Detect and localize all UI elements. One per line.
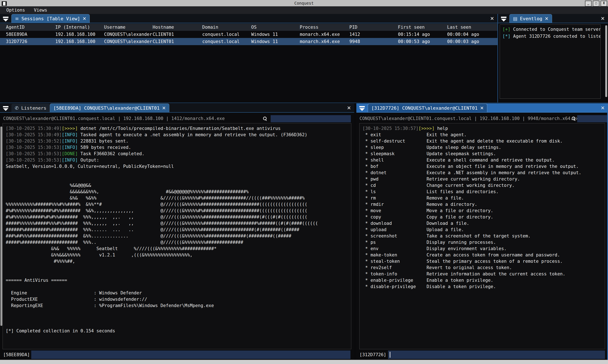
column-header[interactable]: Domain: [202, 25, 251, 30]
table-cell: 58EE89DA: [6, 32, 55, 37]
command-input[interactable]: [388, 351, 605, 359]
tab-agent-312D7726[interactable]: [312D7726] CONQUEST\alexander@CLIENT01 ×: [368, 104, 487, 112]
console-line: ====== AntiVirus ======: [6, 277, 351, 284]
close-button[interactable]: X: [601, 1, 607, 7]
titlebar: Conquest _ □ X: [0, 0, 608, 6]
help-command-line: * steal-token Steal the primary access t…: [363, 258, 605, 264]
table-cell: 9948: [349, 39, 398, 44]
console-line: [6, 315, 351, 321]
table-cell: 1412: [349, 32, 398, 37]
table-cell: monarch.x64.exe: [300, 39, 349, 44]
console-line: #####%##################### %%%.. @////(…: [6, 239, 351, 246]
collapse-panel-icon[interactable]: [3, 17, 8, 22]
command-input[interactable]: [31, 351, 351, 359]
help-command-line: * rm Remove a file.: [363, 195, 605, 201]
help-command-line: * token-info Retrieve information about …: [363, 271, 605, 277]
table-cell: CONQUEST\alexander: [104, 39, 153, 44]
console-line: [30-10-2025 15:30:53][INFO] Output:: [6, 157, 351, 163]
tab-eventlog[interactable]: ▤ Eventlog ×: [509, 14, 552, 23]
help-command-line: * dotnet Execute a .NET assembly in memo…: [363, 169, 605, 176]
prompt-row: [58EE89DA]: [0, 350, 354, 359]
search-icon[interactable]: [263, 117, 267, 121]
column-header[interactable]: AgentID: [6, 25, 55, 30]
console-line: [*] Completed collection in 0.154 second…: [6, 328, 351, 334]
help-command-line: * rev2self Revert to original access tok…: [363, 264, 605, 271]
close-icon[interactable]: ×: [162, 106, 166, 110]
console-line: [6, 271, 351, 277]
close-panel-icon[interactable]: ×: [490, 16, 494, 21]
console-line: &%%&&&%%%%% v1.2.1 ,(((&%%%%%%%%%%%%%%%%…: [6, 252, 351, 258]
help-command-line: * copy Copy a file or directory.: [363, 214, 605, 220]
help-command-line: * rmdir Remove a directory.: [363, 201, 605, 208]
app-window: Conquest _ □ X Options Views ≡ Sessions …: [0, 0, 608, 364]
close-panel-icon[interactable]: ×: [347, 105, 351, 111]
close-icon[interactable]: ×: [480, 106, 484, 110]
active-panel-accent: [607, 103, 608, 360]
console-line: [30-10-2025 15:30:57][>>>>] help: [363, 125, 605, 132]
menu-views[interactable]: Views: [34, 8, 47, 13]
close-panel-icon[interactable]: ×: [601, 16, 605, 21]
column-header[interactable]: First seen: [398, 25, 447, 30]
search-input[interactable]: [271, 115, 351, 122]
tab-agent-label: [312D7726] CONQUEST\alexander@CLIENT01: [371, 105, 477, 111]
tab-listeners[interactable]: ✆ Listeners: [11, 104, 50, 112]
bottom-area: ✆ Listeners [58EE89DA] CONQUEST\alexande…: [0, 103, 608, 360]
help-command-line: * bof Execute an object file in memory a…: [363, 163, 605, 169]
console-line: &%& %&%% &////(((&%%%%%#%###############…: [6, 195, 351, 201]
console-line: Engine : Windows Defender: [6, 290, 351, 296]
console-output[interactable]: [30-10-2025 15:30:57][>>>>] help * exit …: [359, 123, 605, 349]
close-panel-icon[interactable]: ×: [601, 105, 605, 111]
console-line: [30-10-2025 15:30:52][INFO] 228831 bytes…: [6, 138, 351, 144]
console-scrollbar[interactable]: [0, 127, 2, 326]
help-command-line: * disable-privilege Disable a token priv…: [363, 284, 605, 290]
table-row[interactable]: 312D7726192.168.168.100CONQUEST\alexande…: [0, 38, 497, 45]
console-output[interactable]: [30-10-2025 15:30:49][>>>>] dotnet /mnt/…: [2, 123, 351, 349]
tab-agent-label: [58EE89DA] CONQUEST\alexander@CLIENT01: [54, 105, 160, 111]
menu-options[interactable]: Options: [6, 8, 25, 13]
close-icon[interactable]: ×: [545, 16, 548, 21]
agent-status-line: CONQUEST\alexander@CLIENT01.conquest.loc…: [3, 115, 225, 122]
column-header[interactable]: OS: [251, 25, 300, 30]
column-header[interactable]: PID: [349, 25, 398, 30]
search-icon[interactable]: [571, 117, 576, 121]
tab-agent-58EE89DA[interactable]: [58EE89DA] CONQUEST\alexander@CLIENT01 ×: [50, 104, 169, 112]
table-row[interactable]: 58EE89DA192.168.168.100CONQUEST\alexande…: [0, 31, 497, 38]
column-header[interactable]: Last seen: [447, 25, 497, 30]
console-line: #####%%%%%%#####%%%#%%##### %%%,,,,,, ,,…: [6, 220, 351, 226]
console-line: [6, 309, 351, 315]
tab-sessions-label: Sessions [Table View]: [21, 16, 80, 21]
maximize-button[interactable]: □: [593, 1, 599, 7]
sessions-tabbar: ≡ Sessions [Table View] × ×: [0, 14, 497, 23]
help-command-line: * env Display environment variables.: [363, 246, 605, 252]
console-line: [30-10-2025 15:30:53][DONE] Task F366D36…: [6, 151, 351, 157]
collapse-panel-icon[interactable]: [3, 106, 8, 111]
console-line: [30-10-2025 15:30:53][INFO] 589 bytes re…: [6, 144, 351, 151]
table-cell: CLIENT01: [153, 32, 202, 37]
horizontal-divider[interactable]: [0, 103, 608, 103]
console-line: [6, 321, 351, 328]
collapse-panel-icon[interactable]: [501, 17, 506, 22]
clipboard-icon: ▤: [513, 16, 517, 21]
column-header[interactable]: Process: [300, 25, 349, 30]
console-line: ######%#########%########## %%%...... ..…: [6, 226, 351, 233]
help-command-line: * self-destruct Exit the agent and delet…: [363, 138, 605, 144]
console-line: [6, 284, 351, 290]
list-icon: ≡: [15, 16, 19, 21]
console-line: [6, 169, 351, 176]
minimize-button[interactable]: _: [585, 1, 592, 7]
help-command-line: * enable-privilege Enable a token privil…: [363, 277, 605, 284]
column-header[interactable]: IP (Internal): [55, 25, 104, 30]
table-cell: Windows 11: [251, 39, 300, 44]
eventlog-scrollbar[interactable]: [605, 25, 607, 97]
table-cell: 00:00:03 ago: [447, 39, 497, 44]
listener-icon: ✆: [15, 105, 19, 111]
collapse-panel-icon[interactable]: [359, 106, 365, 111]
close-icon[interactable]: ×: [83, 16, 86, 21]
column-header[interactable]: Username: [104, 25, 153, 30]
tab-sessions[interactable]: ≡ Sessions [Table View] ×: [11, 14, 90, 23]
column-header[interactable]: Hostname: [153, 25, 202, 30]
window-title: Conquest: [0, 0, 608, 6]
help-command-line: * exit Exit the agent.: [363, 132, 605, 138]
console-line: [6, 176, 351, 182]
search-input[interactable]: [577, 115, 607, 122]
